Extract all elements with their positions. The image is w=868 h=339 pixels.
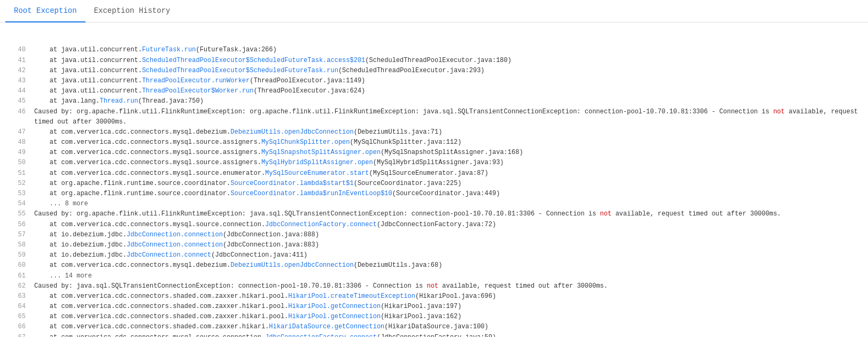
stack-link[interactable]: DebeziumUtils.openJdbcConnection: [230, 128, 353, 136]
line-number: 67: [4, 333, 26, 337]
line-number: 52: [4, 179, 26, 189]
stack-line: 53 at org.apache.flink.runtime.source.co…: [0, 189, 868, 199]
stack-link[interactable]: ThreadPoolExecutor$Worker.run: [142, 87, 254, 95]
stack-link[interactable]: DebeziumUtils.openJdbcConnection: [230, 261, 353, 269]
line-number: 47: [4, 127, 26, 137]
stack-link[interactable]: FutureTask.run: [142, 46, 196, 53]
stack-line: 57 at io.debezium.jdbc.JdbcConnection.co…: [0, 230, 868, 240]
stack-link[interactable]: HikariPool.getConnection: [288, 313, 381, 320]
line-number: 61: [4, 271, 26, 281]
line-number: 57: [4, 230, 26, 240]
stack-link[interactable]: JdbcConnectionFactory.connect: [265, 221, 377, 228]
stack-link[interactable]: HikariDataSource.getConnection: [269, 323, 384, 330]
stack-line: 65 at com.ververica.cdc.connectors.shade…: [0, 312, 868, 322]
line-number: 60: [4, 260, 26, 271]
stack-line: 56 at com.ververica.cdc.connectors.mysql…: [0, 220, 868, 230]
tab-bar: Root Exception Exception History: [0, 0, 868, 22]
stack-link[interactable]: JdbcConnection.connect: [127, 251, 211, 259]
stack-link[interactable]: HikariPool.getConnection: [288, 303, 381, 310]
stack-link[interactable]: SourceCoordinator.lambda$runInEventLoop$…: [230, 190, 392, 197]
stack-line: 63 at com.ververica.cdc.connectors.shade…: [0, 291, 868, 302]
stack-line: 59 at io.debezium.jdbc.JdbcConnection.co…: [0, 250, 868, 260]
stack-line: 58 at io.debezium.jdbc.JdbcConnection.co…: [0, 240, 868, 250]
line-number: 64: [4, 302, 26, 312]
line-number: 58: [4, 240, 26, 250]
stack-line: 55Caused by: org.apache.flink.util.Flink…: [0, 209, 868, 219]
line-content: at java.util.concurrent.ScheduledThreadP…: [34, 66, 864, 76]
line-number: 42: [4, 66, 26, 76]
stack-link[interactable]: ThreadPoolExecutor.runWorker: [142, 77, 250, 84]
stack-line: 66 at com.ververica.cdc.connectors.shade…: [0, 322, 868, 332]
line-number: 53: [4, 189, 26, 199]
line-content: Caused by: java.sql.SQLTransientConnecti…: [34, 281, 864, 291]
line-number: 63: [4, 291, 26, 302]
stack-line: 60 at com.ververica.cdc.connectors.mysql…: [0, 260, 868, 271]
stack-link[interactable]: JdbcConnectionFactory.connect: [265, 334, 377, 337]
stack-line: 54 ... 8 more: [0, 199, 868, 209]
tab-root-exception[interactable]: Root Exception: [5, 0, 86, 22]
stack-link[interactable]: Thread.run: [99, 97, 138, 105]
stack-link[interactable]: HikariPool.createTimeoutException: [288, 292, 415, 300]
line-number: 40: [4, 45, 26, 55]
line-content: at com.ververica.cdc.connectors.mysql.so…: [34, 220, 864, 230]
line-content: at io.debezium.jdbc.JdbcConnection.conne…: [34, 230, 864, 240]
line-content: at com.ververica.cdc.connectors.mysql.so…: [34, 158, 864, 168]
stack-line: 61 ... 14 more: [0, 271, 868, 281]
stack-link[interactable]: MySqlSourceEnumerator.start: [265, 170, 369, 177]
stack-line: 67 at com.ververica.cdc.connectors.mysql…: [0, 333, 868, 337]
stack-link[interactable]: SourceCoordinator.lambda$start$1: [230, 180, 353, 187]
stack-line: 50 at com.ververica.cdc.connectors.mysql…: [0, 158, 868, 168]
stack-line: 51 at com.ververica.cdc.connectors.mysql…: [0, 168, 868, 179]
line-number: 41: [4, 56, 26, 66]
line-content: at java.util.concurrent.ThreadPoolExecut…: [34, 86, 864, 96]
line-content: at com.ververica.cdc.connectors.mysql.so…: [34, 333, 864, 337]
line-content: Caused by: org.apache.flink.util.FlinkRu…: [34, 107, 864, 127]
line-number: 54: [4, 199, 26, 209]
line-content: at com.ververica.cdc.connectors.mysql.so…: [34, 137, 864, 148]
stack-link[interactable]: ScheduledThreadPoolExecutor$ScheduledFut…: [142, 67, 338, 74]
stack-line: 43 at java.util.concurrent.ThreadPoolExe…: [0, 76, 868, 86]
line-content: Caused by: org.apache.flink.util.FlinkRu…: [34, 209, 864, 219]
line-content: at com.ververica.cdc.connectors.mysql.so…: [34, 148, 864, 158]
line-content: at org.apache.flink.runtime.source.coord…: [34, 179, 864, 189]
stack-link[interactable]: MySqlSnapshotSplitAssigner.open: [261, 149, 381, 156]
line-content: at com.ververica.cdc.connectors.shaded.c…: [34, 291, 864, 302]
line-number: 50: [4, 158, 26, 168]
line-content: at io.debezium.jdbc.JdbcConnection.conne…: [34, 240, 864, 250]
line-number: 44: [4, 86, 26, 96]
tab-exception-history[interactable]: Exception History: [86, 0, 179, 22]
stack-line: 62Caused by: java.sql.SQLTransientConnec…: [0, 281, 868, 291]
stack-link[interactable]: MySqlChunkSplitter.open: [261, 138, 350, 146]
stack-line: 47 at com.ververica.cdc.connectors.mysql…: [0, 127, 868, 137]
line-number: 51: [4, 168, 26, 179]
line-number: 49: [4, 148, 26, 158]
stack-link[interactable]: MySqlHybridSplitAssigner.open: [261, 159, 373, 166]
stack-trace-content: 40 at java.util.concurrent.FutureTask.ru…: [0, 22, 868, 337]
stack-link[interactable]: JdbcConnection.connection: [127, 241, 223, 249]
keyword-not: not: [769, 108, 788, 115]
tabs-container: Root Exception Exception History: [0, 0, 868, 22]
line-content: at io.debezium.jdbc.JdbcConnection.conne…: [34, 250, 864, 260]
line-number: 45: [4, 96, 26, 106]
line-content: at java.util.concurrent.FutureTask.run(F…: [34, 45, 864, 55]
stack-line: 40 at java.util.concurrent.FutureTask.ru…: [0, 45, 868, 55]
stack-line: 64 at com.ververica.cdc.connectors.shade…: [0, 302, 868, 312]
line-content: at com.ververica.cdc.connectors.mysql.so…: [34, 168, 864, 179]
line-number: 55: [4, 209, 26, 219]
stack-line: 49 at com.ververica.cdc.connectors.mysql…: [0, 148, 868, 158]
stack-link[interactable]: ScheduledThreadPoolExecutor$ScheduledFut…: [142, 57, 366, 64]
line-content: at com.ververica.cdc.connectors.shaded.c…: [34, 302, 864, 312]
line-number: 66: [4, 322, 26, 332]
line-content: at com.ververica.cdc.connectors.shaded.c…: [34, 312, 864, 322]
line-number: 43: [4, 76, 26, 86]
line-content: ... 8 more: [34, 199, 864, 209]
line-content: at java.util.concurrent.ThreadPoolExecut…: [34, 76, 864, 86]
stack-line: 42 at java.util.concurrent.ScheduledThre…: [0, 66, 868, 76]
line-number: 62: [4, 281, 26, 291]
line-content: at com.ververica.cdc.connectors.mysql.de…: [34, 260, 864, 271]
stack-link[interactable]: JdbcConnection.connection: [127, 231, 223, 238]
line-number: 65: [4, 312, 26, 322]
stack-line: 48 at com.ververica.cdc.connectors.mysql…: [0, 137, 868, 148]
line-content: at java.util.concurrent.ScheduledThreadP…: [34, 56, 864, 66]
stack-line: 46Caused by: org.apache.flink.util.Flink…: [0, 107, 868, 127]
